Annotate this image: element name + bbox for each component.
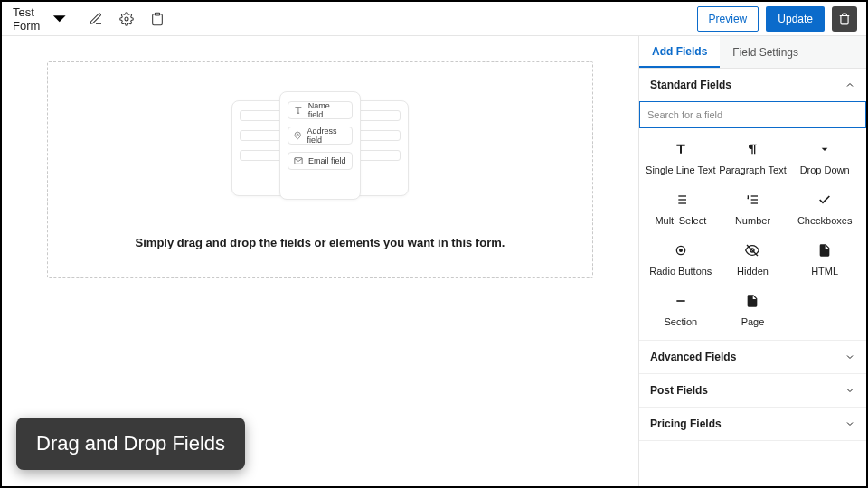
sample-chip-name: Name field [288, 101, 353, 119]
page-icon [744, 293, 760, 309]
field-number[interactable]: Number [717, 192, 789, 226]
dropzone-illustration: Name field Address field Email field [239, 91, 401, 209]
trash-button[interactable] [832, 6, 857, 32]
chevron-down-icon [844, 418, 855, 429]
section-standard-header[interactable]: Standard Fields [639, 69, 866, 101]
chevron-down-icon [47, 6, 71, 31]
section-advanced-fields: Advanced Fields [639, 341, 866, 374]
svg-rect-3 [295, 157, 302, 164]
trash-icon [838, 13, 851, 25]
field-section[interactable]: Section [645, 293, 717, 327]
section-standard-fields: Standard Fields Single Line Text Paragra… [639, 69, 866, 341]
field-hidden[interactable]: Hidden [717, 242, 789, 277]
section-pricing-title: Pricing Fields [650, 418, 722, 430]
preview-button[interactable]: Preview [697, 6, 760, 32]
section-advanced-title: Advanced Fields [650, 351, 736, 363]
field-search-input[interactable] [639, 101, 866, 128]
minus-icon [673, 293, 689, 309]
field-search-wrap [639, 101, 866, 128]
tab-add-fields[interactable]: Add Fields [639, 36, 720, 68]
section-standard-title: Standard Fields [650, 79, 731, 91]
form-name: Test Form [13, 5, 40, 33]
update-button[interactable]: Update [766, 6, 825, 32]
section-post-title: Post Fields [650, 384, 708, 397]
chevron-down-icon [844, 352, 855, 362]
svg-point-14 [679, 249, 682, 252]
illustration-card-center: Name field Address field Email field [279, 91, 361, 200]
field-paragraph-text[interactable]: Paragraph Text [717, 141, 789, 175]
eye-off-icon [744, 242, 760, 258]
field-radio-buttons[interactable]: Radio Buttons [645, 242, 717, 277]
field-single-line-text[interactable]: Single Line Text [645, 141, 717, 175]
sidebar: Add Fields Field Settings Standard Field… [638, 36, 866, 486]
field-page[interactable]: Page [717, 293, 789, 327]
dropzone-hint: Simply drag and drop the fields or eleme… [136, 236, 505, 249]
topbar: Test Form Preview Update [2, 2, 866, 36]
form-editor-app: Test Form Preview Update [0, 0, 868, 488]
file-code-icon [816, 242, 833, 258]
topbar-left: Test Form [11, 2, 166, 36]
section-post-header[interactable]: Post Fields [639, 374, 866, 407]
check-icon [816, 192, 833, 208]
field-checkboxes[interactable]: Checkboxes [788, 192, 861, 226]
sidebar-tabs: Add Fields Field Settings [639, 36, 866, 69]
sample-chip-email: Email field [288, 152, 353, 170]
section-advanced-header[interactable]: Advanced Fields [639, 341, 866, 373]
svg-point-2 [297, 134, 298, 136]
svg-rect-1 [155, 13, 159, 15]
standard-field-grid: Single Line Text Paragraph Text Drop Dow… [639, 128, 866, 340]
form-switch-dropdown[interactable]: Test Form [11, 2, 74, 36]
text-icon [673, 141, 689, 157]
tab-field-settings[interactable]: Field Settings [720, 36, 811, 68]
paragraph-icon [744, 141, 760, 157]
clipboard-icon[interactable] [148, 10, 166, 28]
radio-icon [673, 242, 689, 258]
gear-icon[interactable] [118, 10, 136, 28]
field-drop-down[interactable]: Drop Down [788, 141, 861, 175]
chevron-up-icon [844, 80, 855, 90]
sample-chip-address: Address field [288, 127, 353, 145]
field-multi-select[interactable]: Multi Select [645, 192, 717, 226]
list-icon [673, 192, 689, 208]
edit-icon[interactable] [87, 10, 105, 28]
svg-point-0 [125, 17, 128, 21]
caret-down-icon [816, 141, 833, 157]
section-pricing-fields: Pricing Fields [639, 408, 866, 441]
topbar-right: Preview Update [697, 6, 857, 32]
field-html[interactable]: HTML [788, 242, 861, 277]
section-post-fields: Post Fields [639, 374, 866, 408]
chevron-down-icon [844, 385, 855, 396]
number-list-icon [744, 192, 760, 208]
instruction-toast: Drag and Drop Fields [16, 418, 245, 470]
dropzone[interactable]: Name field Address field Email field Sim… [47, 61, 593, 278]
section-pricing-header[interactable]: Pricing Fields [639, 408, 866, 440]
